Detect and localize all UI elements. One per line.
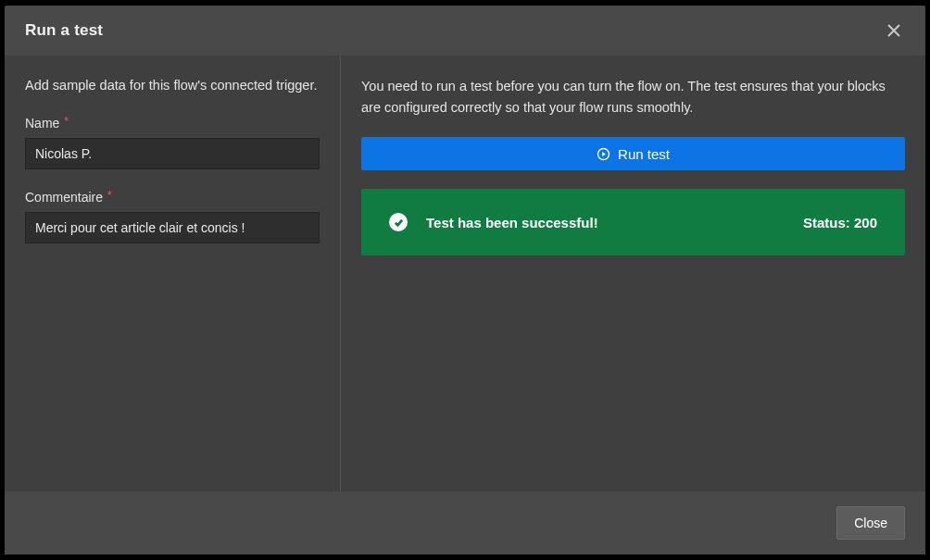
right-description: You need to run a test before you can tu… bbox=[361, 76, 905, 118]
run-test-button-label: Run test bbox=[618, 146, 670, 162]
field-name: Name* bbox=[25, 116, 320, 169]
test-result-banner: Test has been successful! Status: 200 bbox=[361, 189, 905, 255]
field-name-label-text: Name bbox=[25, 116, 59, 131]
close-icon[interactable] bbox=[883, 19, 905, 42]
name-input[interactable] bbox=[25, 138, 320, 169]
play-circle-icon bbox=[597, 147, 610, 161]
close-button[interactable]: Close bbox=[836, 506, 905, 540]
comment-input[interactable] bbox=[25, 212, 320, 243]
result-message: Test has been successful! bbox=[426, 215, 598, 230]
result-left: Test has been successful! bbox=[389, 213, 598, 231]
field-name-label: Name* bbox=[25, 116, 320, 131]
modal-body: Add sample data for this flow's connecte… bbox=[5, 56, 925, 492]
run-test-modal: Run a test Add sample data for this flow… bbox=[5, 6, 925, 554]
result-status: Status: 200 bbox=[803, 215, 877, 230]
required-asterisk: * bbox=[107, 189, 112, 202]
modal-title: Run a test bbox=[25, 21, 103, 40]
field-comment: Commentaire* bbox=[25, 190, 320, 243]
required-asterisk: * bbox=[64, 115, 69, 128]
modal-footer: Close bbox=[5, 492, 925, 554]
field-comment-label: Commentaire* bbox=[25, 190, 320, 205]
right-pane: You need to run a test before you can tu… bbox=[341, 56, 925, 492]
check-circle-icon bbox=[389, 213, 408, 231]
left-description: Add sample data for this flow's connecte… bbox=[25, 76, 320, 95]
left-pane: Add sample data for this flow's connecte… bbox=[5, 56, 341, 492]
field-comment-label-text: Commentaire bbox=[25, 190, 103, 205]
modal-header: Run a test bbox=[5, 6, 925, 56]
run-test-button[interactable]: Run test bbox=[361, 137, 905, 170]
